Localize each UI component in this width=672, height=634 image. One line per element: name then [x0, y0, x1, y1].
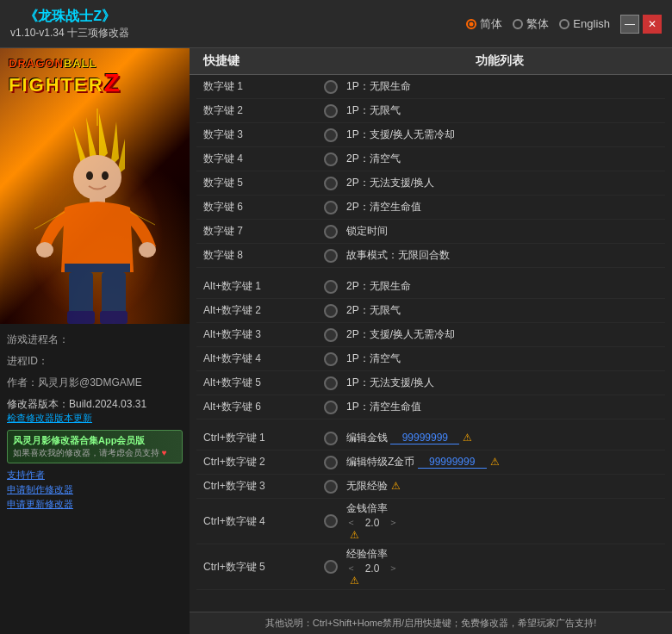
left-panel: DRAGONBALL FIGHTERZ: [0, 48, 190, 634]
shortcut-key: Ctrl+数字键 4: [203, 514, 324, 529]
col-function-header: 功能列表: [341, 53, 658, 69]
table-row: 数字键 42P：清空气: [196, 147, 665, 171]
lang-simplified[interactable]: 简体: [466, 16, 502, 32]
shortcut-key: 数字键 5: [203, 176, 324, 190]
check-update-link[interactable]: 检查修改器版本更新: [7, 413, 92, 423]
function-label: 2P：无法支援/换人: [346, 176, 658, 190]
close-button[interactable]: ✕: [643, 15, 662, 34]
title-text: 《龙珠战士Z》 v1.10-v1.34 十三项修改器: [10, 8, 129, 40]
warning-icon: ⚠: [350, 529, 359, 541]
table-row: Ctrl+数字键 5经验倍率 ＜2.0＞⚠: [196, 544, 665, 590]
right-panel: 快捷键 功能列表 数字键 11P：无限生命数字键 21P：无限气数字键 31P：…: [190, 48, 672, 634]
warning-icon: ⚠: [391, 480, 401, 492]
request-update-link[interactable]: 申请更新修改器: [7, 498, 183, 511]
toggle-circle[interactable]: [324, 432, 338, 445]
shortcut-key: Alt+数字键 6: [203, 400, 324, 414]
section-gap: [196, 268, 665, 275]
toggle-circle[interactable]: [324, 280, 338, 294]
table-row: 数字键 7锁定时间: [196, 220, 665, 244]
svg-rect-13: [69, 272, 93, 315]
footer-bar: 其他说明：Ctrl+Shift+Home禁用/启用快捷键；免费修改器，希望玩家广…: [190, 612, 672, 634]
character-svg: [17, 100, 172, 324]
edit-input[interactable]: [418, 456, 487, 469]
heart-icon: ♥: [162, 448, 167, 457]
shortcut-key: Ctrl+数字键 5: [203, 560, 324, 575]
minimize-button[interactable]: —: [620, 15, 639, 34]
logo-bottom: FIGHTERZ: [9, 70, 181, 96]
author-label: 作者：风灵月影@3DMGAME: [7, 376, 142, 388]
table-row: 数字键 11P：无限生命: [196, 75, 665, 99]
edit-input[interactable]: [390, 432, 459, 444]
spinner-increase-button[interactable]: ＞: [389, 516, 398, 529]
function-label: 1P：清空生命值: [346, 400, 658, 414]
table-row: 数字键 8故事模式：无限回合数: [196, 244, 665, 268]
support-author-link[interactable]: 支持作者: [7, 469, 183, 482]
request-trainer-link[interactable]: 申请制作修改器: [7, 483, 183, 496]
toggle-circle[interactable]: [324, 560, 338, 574]
toggle-circle[interactable]: [324, 376, 338, 390]
footer-text: 其他说明：Ctrl+Shift+Home禁用/启用快捷键；免费修改器，希望玩家广…: [265, 618, 596, 628]
toggle-circle[interactable]: [324, 249, 338, 263]
toggle-circle[interactable]: [324, 152, 338, 166]
toggle-circle[interactable]: [324, 225, 338, 239]
shortcut-key: 数字键 1: [203, 79, 324, 94]
process-name-row: 游戏进程名：: [7, 333, 183, 347]
function-label: 2P：无限生命: [346, 279, 658, 294]
toggle-circle[interactable]: [324, 177, 338, 190]
function-label: 2P：支援/换人无需冷却: [346, 327, 658, 342]
col-shortcut-header: 快捷键: [203, 53, 341, 69]
spinner-decrease-button[interactable]: ＜: [346, 516, 356, 529]
function-label: 金钱倍率 ＜2.0＞⚠: [346, 501, 658, 541]
radio-english: [559, 19, 569, 29]
spinner-increase-button[interactable]: ＞: [389, 562, 398, 575]
toggle-circle[interactable]: [324, 401, 338, 414]
function-label: 1P：无限气: [346, 103, 658, 118]
win-controls: — ✕: [620, 15, 662, 34]
table-header: 快捷键 功能列表: [190, 48, 672, 75]
shortcut-key: Ctrl+数字键 3: [203, 479, 324, 494]
svg-point-8: [102, 171, 109, 180]
toggle-circle[interactable]: [324, 104, 338, 118]
radio-traditional: [513, 19, 523, 29]
toggle-circle[interactable]: [324, 304, 338, 318]
lang-english[interactable]: English: [559, 17, 610, 30]
svg-point-7: [86, 171, 93, 180]
toggle-circle[interactable]: [324, 480, 338, 494]
logo-top: DRAGONBALL: [9, 57, 181, 70]
game-image: DRAGONBALL FIGHTERZ: [0, 48, 190, 324]
table-row: Ctrl+数字键 4金钱倍率 ＜2.0＞⚠: [196, 499, 665, 544]
spinner-value: 2.0: [359, 563, 385, 575]
game-info: 游戏进程名： 进程ID： 作者：风灵月影@3DMGAME 修改器版本：Build…: [0, 324, 190, 634]
toggle-circle[interactable]: [324, 456, 338, 469]
table-row: Alt+数字键 61P：清空生命值: [196, 395, 665, 420]
table-row: Alt+数字键 12P：无限生命: [196, 275, 665, 299]
toggle-circle[interactable]: [324, 328, 338, 342]
table-row: 数字键 62P：清空生命值: [196, 196, 665, 220]
toggle-circle[interactable]: [324, 128, 338, 142]
spinner-field: ＜2.0＞: [346, 516, 658, 529]
table-row: Alt+数字键 32P：支援/换人无需冷却: [196, 323, 665, 347]
shortcut-key: 数字键 6: [203, 200, 324, 214]
lang-traditional[interactable]: 繁体: [513, 16, 549, 32]
title-main: 《龙珠战士Z》: [10, 8, 129, 26]
function-label: 2P：无限气: [346, 303, 658, 318]
author-row: 作者：风灵月影@3DMGAME: [7, 376, 183, 390]
svg-point-6: [73, 155, 121, 200]
svg-rect-14: [102, 272, 126, 315]
function-label: 2P：清空生命值: [346, 200, 658, 214]
svg-point-11: [139, 242, 156, 258]
toggle-circle[interactable]: [324, 80, 338, 94]
spinner-decrease-button[interactable]: ＜: [346, 562, 356, 575]
pid-label: 进程ID：: [7, 355, 48, 367]
function-label: 1P：支援/换人无需冷却: [346, 127, 658, 142]
radio-simplified: [466, 19, 476, 29]
toggle-circle[interactable]: [324, 201, 338, 214]
toggle-circle[interactable]: [324, 352, 338, 366]
main-content: DRAGONBALL FIGHTERZ: [0, 48, 672, 634]
function-label: 编辑特级Z金币 ⚠: [346, 455, 658, 469]
function-label: 无限经验⚠: [346, 479, 658, 494]
pid-row: 进程ID：: [7, 354, 183, 369]
toggle-circle[interactable]: [324, 514, 338, 528]
shortcut-key: Alt+数字键 3: [203, 327, 324, 342]
process-name-label: 游戏进程名：: [7, 333, 69, 345]
